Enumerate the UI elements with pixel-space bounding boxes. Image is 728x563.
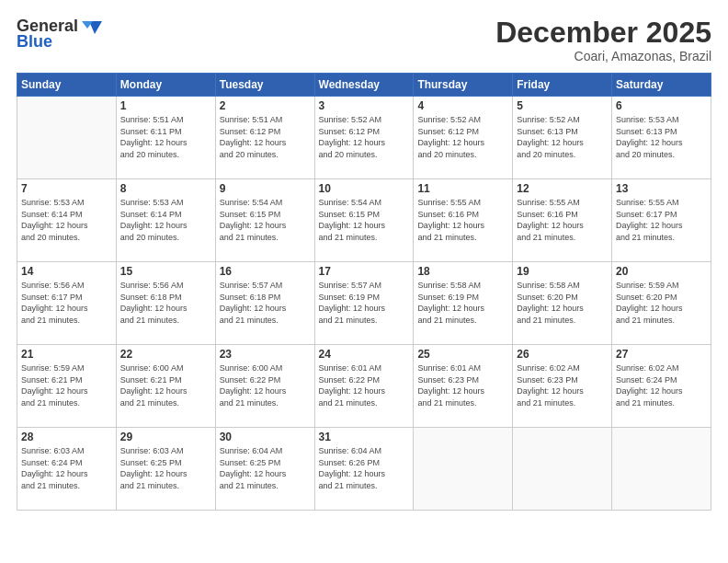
day-info: Sunrise: 5:59 AM Sunset: 6:20 PM Dayligh… bbox=[616, 280, 707, 326]
day-cell bbox=[17, 97, 117, 179]
day-info: Sunrise: 5:52 AM Sunset: 6:13 PM Dayligh… bbox=[517, 114, 608, 160]
header-row: SundayMondayTuesdayWednesdayThursdayFrid… bbox=[17, 74, 711, 97]
day-number: 4 bbox=[417, 99, 508, 112]
day-cell: 17Sunrise: 5:57 AM Sunset: 6:19 PM Dayli… bbox=[314, 262, 414, 345]
week-row-1: 7Sunrise: 5:53 AM Sunset: 6:14 PM Daylig… bbox=[17, 179, 711, 262]
day-cell: 28Sunrise: 6:03 AM Sunset: 6:24 PM Dayli… bbox=[17, 428, 117, 511]
day-number: 9 bbox=[220, 182, 311, 195]
header-cell-monday: Monday bbox=[116, 74, 215, 97]
day-number: 19 bbox=[517, 265, 608, 278]
day-cell: 12Sunrise: 5:55 AM Sunset: 6:16 PM Dayli… bbox=[513, 179, 612, 262]
day-number: 17 bbox=[319, 265, 410, 278]
day-number: 6 bbox=[616, 99, 707, 112]
day-number: 27 bbox=[616, 348, 707, 361]
day-cell: 18Sunrise: 5:58 AM Sunset: 6:19 PM Dayli… bbox=[414, 262, 513, 345]
day-cell: 15Sunrise: 5:56 AM Sunset: 6:18 PM Dayli… bbox=[116, 262, 215, 345]
header-cell-tuesday: Tuesday bbox=[215, 74, 314, 97]
month-title: December 2025 bbox=[495, 17, 711, 49]
logo-icon bbox=[82, 19, 102, 34]
day-cell: 27Sunrise: 6:02 AM Sunset: 6:24 PM Dayli… bbox=[612, 345, 711, 428]
day-info: Sunrise: 5:55 AM Sunset: 6:16 PM Dayligh… bbox=[517, 197, 608, 243]
day-number: 30 bbox=[220, 431, 311, 443]
day-info: Sunrise: 5:53 AM Sunset: 6:14 PM Dayligh… bbox=[120, 197, 211, 243]
day-cell bbox=[612, 428, 711, 511]
day-cell: 16Sunrise: 5:57 AM Sunset: 6:18 PM Dayli… bbox=[215, 262, 314, 345]
day-info: Sunrise: 5:51 AM Sunset: 6:12 PM Dayligh… bbox=[220, 114, 311, 160]
day-number: 10 bbox=[319, 182, 410, 195]
day-info: Sunrise: 5:53 AM Sunset: 6:13 PM Dayligh… bbox=[616, 114, 707, 160]
day-cell: 19Sunrise: 5:58 AM Sunset: 6:20 PM Dayli… bbox=[513, 262, 612, 345]
day-info: Sunrise: 6:01 AM Sunset: 6:23 PM Dayligh… bbox=[417, 362, 508, 408]
day-cell: 3Sunrise: 5:52 AM Sunset: 6:12 PM Daylig… bbox=[314, 97, 414, 179]
day-cell: 4Sunrise: 5:52 AM Sunset: 6:12 PM Daylig… bbox=[414, 97, 513, 179]
day-info: Sunrise: 6:01 AM Sunset: 6:22 PM Dayligh… bbox=[319, 362, 410, 408]
day-cell: 20Sunrise: 5:59 AM Sunset: 6:20 PM Dayli… bbox=[612, 262, 711, 345]
day-number: 18 bbox=[417, 265, 508, 278]
day-cell: 23Sunrise: 6:00 AM Sunset: 6:22 PM Dayli… bbox=[215, 345, 314, 428]
day-number: 31 bbox=[319, 431, 410, 443]
day-info: Sunrise: 5:57 AM Sunset: 6:19 PM Dayligh… bbox=[319, 280, 410, 326]
header-cell-sunday: Sunday bbox=[17, 74, 117, 97]
day-cell: 26Sunrise: 6:02 AM Sunset: 6:23 PM Dayli… bbox=[513, 345, 612, 428]
day-cell: 31Sunrise: 6:04 AM Sunset: 6:26 PM Dayli… bbox=[314, 428, 414, 511]
day-number: 23 bbox=[220, 348, 311, 361]
title-area: December 2025 Coari, Amazonas, Brazil bbox=[495, 17, 711, 63]
day-info: Sunrise: 6:00 AM Sunset: 6:22 PM Dayligh… bbox=[220, 362, 311, 408]
header-cell-friday: Friday bbox=[513, 74, 612, 97]
calendar-table: SundayMondayTuesdayWednesdayThursdayFrid… bbox=[17, 73, 711, 511]
day-number: 11 bbox=[417, 182, 508, 195]
day-cell: 10Sunrise: 5:54 AM Sunset: 6:15 PM Dayli… bbox=[314, 179, 414, 262]
day-number: 29 bbox=[120, 431, 211, 443]
day-cell: 8Sunrise: 5:53 AM Sunset: 6:14 PM Daylig… bbox=[116, 179, 215, 262]
location: Coari, Amazonas, Brazil bbox=[495, 49, 711, 63]
day-number: 5 bbox=[517, 99, 608, 112]
day-number: 16 bbox=[220, 265, 311, 278]
day-number: 24 bbox=[319, 348, 410, 361]
day-info: Sunrise: 6:03 AM Sunset: 6:24 PM Dayligh… bbox=[21, 445, 112, 491]
day-info: Sunrise: 5:58 AM Sunset: 6:19 PM Dayligh… bbox=[417, 280, 508, 326]
day-number: 12 bbox=[517, 182, 608, 195]
day-cell: 29Sunrise: 6:03 AM Sunset: 6:25 PM Dayli… bbox=[116, 428, 215, 511]
day-number: 15 bbox=[120, 265, 211, 278]
day-number: 13 bbox=[616, 182, 707, 195]
day-number: 21 bbox=[21, 348, 112, 361]
calendar-header: SundayMondayTuesdayWednesdayThursdayFrid… bbox=[17, 74, 711, 97]
day-number: 8 bbox=[120, 182, 211, 195]
day-info: Sunrise: 6:02 AM Sunset: 6:24 PM Dayligh… bbox=[616, 362, 707, 408]
week-row-3: 21Sunrise: 5:59 AM Sunset: 6:21 PM Dayli… bbox=[17, 345, 711, 428]
day-cell: 13Sunrise: 5:55 AM Sunset: 6:17 PM Dayli… bbox=[612, 179, 711, 262]
header-cell-saturday: Saturday bbox=[612, 74, 711, 97]
day-number: 2 bbox=[220, 99, 311, 112]
day-number: 1 bbox=[120, 99, 211, 112]
day-info: Sunrise: 6:04 AM Sunset: 6:26 PM Dayligh… bbox=[319, 445, 410, 491]
day-info: Sunrise: 5:58 AM Sunset: 6:20 PM Dayligh… bbox=[517, 280, 608, 326]
day-cell bbox=[414, 428, 513, 511]
day-cell: 30Sunrise: 6:04 AM Sunset: 6:25 PM Dayli… bbox=[215, 428, 314, 511]
day-number: 28 bbox=[21, 431, 112, 443]
day-cell: 9Sunrise: 5:54 AM Sunset: 6:15 PM Daylig… bbox=[215, 179, 314, 262]
day-number: 25 bbox=[417, 348, 508, 361]
header: General Blue December 2025 Coari, Amazon… bbox=[17, 17, 711, 63]
day-info: Sunrise: 5:59 AM Sunset: 6:21 PM Dayligh… bbox=[21, 362, 112, 408]
day-cell: 21Sunrise: 5:59 AM Sunset: 6:21 PM Dayli… bbox=[17, 345, 117, 428]
day-number: 7 bbox=[21, 182, 112, 195]
day-info: Sunrise: 5:54 AM Sunset: 6:15 PM Dayligh… bbox=[319, 197, 410, 243]
day-info: Sunrise: 5:55 AM Sunset: 6:17 PM Dayligh… bbox=[616, 197, 707, 243]
day-cell: 14Sunrise: 5:56 AM Sunset: 6:17 PM Dayli… bbox=[17, 262, 117, 345]
day-info: Sunrise: 5:56 AM Sunset: 6:18 PM Dayligh… bbox=[120, 280, 211, 326]
day-cell: 5Sunrise: 5:52 AM Sunset: 6:13 PM Daylig… bbox=[513, 97, 612, 179]
calendar-body: 1Sunrise: 5:51 AM Sunset: 6:11 PM Daylig… bbox=[17, 97, 711, 511]
header-cell-wednesday: Wednesday bbox=[314, 74, 414, 97]
logo-blue: Blue bbox=[17, 32, 52, 52]
day-cell: 7Sunrise: 5:53 AM Sunset: 6:14 PM Daylig… bbox=[17, 179, 117, 262]
week-row-2: 14Sunrise: 5:56 AM Sunset: 6:17 PM Dayli… bbox=[17, 262, 711, 345]
day-info: Sunrise: 5:52 AM Sunset: 6:12 PM Dayligh… bbox=[319, 114, 410, 160]
day-info: Sunrise: 6:04 AM Sunset: 6:25 PM Dayligh… bbox=[220, 445, 311, 491]
logo: General Blue bbox=[17, 17, 102, 52]
day-info: Sunrise: 5:57 AM Sunset: 6:18 PM Dayligh… bbox=[220, 280, 311, 326]
day-cell: 6Sunrise: 5:53 AM Sunset: 6:13 PM Daylig… bbox=[612, 97, 711, 179]
day-number: 22 bbox=[120, 348, 211, 361]
day-info: Sunrise: 5:55 AM Sunset: 6:16 PM Dayligh… bbox=[417, 197, 508, 243]
week-row-4: 28Sunrise: 6:03 AM Sunset: 6:24 PM Dayli… bbox=[17, 428, 711, 511]
day-info: Sunrise: 6:02 AM Sunset: 6:23 PM Dayligh… bbox=[517, 362, 608, 408]
